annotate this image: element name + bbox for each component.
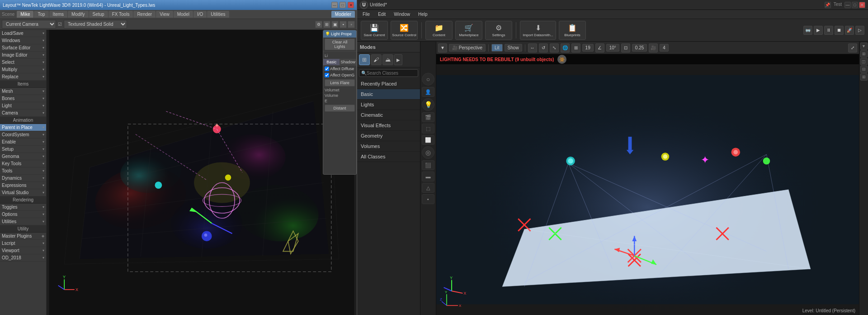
stop-button[interactable]: ⏹ (835, 26, 844, 35)
category-all-classes[interactable]: All Classes (357, 152, 420, 162)
lighting-rebuild-icon[interactable]: 🔆 (557, 55, 566, 64)
mode-more-button[interactable]: ▶ (394, 54, 402, 65)
sidebar-item-od2018[interactable]: OD_2018▾ (0, 254, 46, 262)
ue-3d-scene[interactable]: ✦ X Y (436, 64, 859, 315)
affect-openg-checkbox[interactable] (325, 73, 329, 77)
sidebar-item-replace[interactable]: Replace▾ (0, 73, 46, 81)
tab-mike[interactable]: Mike (17, 11, 33, 18)
vp-icon-1[interactable]: ▪ (340, 21, 347, 28)
tab-render[interactable]: Render (133, 11, 156, 18)
ue-maximize-button[interactable]: □ (852, 2, 858, 8)
category-visual-effects[interactable]: Visual Effects (357, 120, 420, 131)
sidebar-item-virtual-studio[interactable]: Virtual Studio▾ (0, 189, 46, 196)
tab-top[interactable]: Top (34, 11, 48, 18)
tab-modify[interactable]: Modify (68, 11, 88, 18)
sidebar-item-enable[interactable]: Enable▾ (0, 138, 46, 146)
category-recently-placed[interactable]: Recently Placed (357, 79, 420, 89)
class-search-input[interactable] (367, 71, 424, 76)
tab-basic[interactable]: Basic (323, 59, 340, 65)
blueprints-button[interactable]: 📋 Blueprints (559, 21, 586, 40)
ue-minimize-button[interactable]: — (844, 2, 851, 8)
light-asset-icon[interactable]: 💡 (422, 98, 434, 111)
rt-btn-4[interactable]: ⊟ (860, 66, 868, 73)
sidebar-item-mesh[interactable]: Mesh▾ (0, 88, 46, 95)
sidebar-item-toggles[interactable]: Toggles▾ (0, 204, 46, 211)
sidebar-item-image-editor[interactable]: Image Editor▾ (0, 52, 46, 59)
geometry-asset-icon[interactable]: ⬜ (422, 135, 434, 145)
source-control-button[interactable]: 🔀 Source Control (391, 21, 418, 40)
tab-setup[interactable]: Setup (89, 11, 108, 18)
lw-minimize-button[interactable]: — (331, 2, 338, 8)
cone-asset-icon[interactable]: △ (422, 183, 434, 193)
tab-items[interactable]: Items (49, 11, 67, 18)
sidebar-item-options[interactable]: Options▾ (0, 211, 46, 218)
camera-select[interactable]: Current Camera (2, 20, 56, 29)
sidebar-item-bones[interactable]: Bones▾ (0, 95, 46, 102)
ue-pin-button[interactable]: 📌 (825, 2, 831, 8)
viewport-options-btn[interactable]: ▼ (438, 43, 447, 52)
maximize-vp-btn[interactable]: ⤢ (848, 43, 857, 52)
show-button[interactable]: Show (505, 44, 522, 52)
camera-asset-icon[interactable]: 🎬 (422, 112, 434, 122)
rt-btn-2[interactable]: ⊞ (860, 50, 868, 57)
menu-help[interactable]: Help (415, 11, 431, 18)
class-search-box[interactable]: 🔍 (359, 69, 418, 77)
rt-btn-5[interactable]: ⊞ (860, 73, 868, 81)
marketplace-button[interactable]: 🛒 Marketplace (455, 21, 482, 40)
plane-asset-icon[interactable]: ▬ (422, 172, 434, 181)
place-mode-icon[interactable]: ⊞ (359, 54, 370, 65)
lit-button[interactable]: Lit (491, 44, 503, 52)
tab-fx-tools[interactable]: FX Tools (108, 11, 133, 18)
sidebar-item-tools[interactable]: Tools▾ (0, 167, 46, 175)
ue-close-button[interactable]: ✕ (859, 2, 865, 8)
translate-icon-btn[interactable]: ↔ (528, 43, 537, 52)
rotate-snap-btn[interactable]: ∠ (595, 43, 604, 52)
pause-button[interactable]: ⏸ (824, 26, 833, 35)
lw-3d-viewport[interactable]: ✦ (47, 30, 357, 315)
snap-icon-btn[interactable]: ⊞ (571, 43, 580, 52)
scale-icon-btn[interactable]: ⤡ (550, 43, 559, 52)
rt-btn-3[interactable]: ◫ (860, 58, 868, 65)
sidebar-item-setup[interactable]: Setup▾ (0, 146, 46, 153)
sidebar-item-key-tools[interactable]: Key Tools▾ (0, 160, 46, 167)
lens-flare-button[interactable]: Lens Flare (325, 79, 355, 86)
volume-asset-icon[interactable]: ⬛ (422, 160, 434, 170)
sidebar-item-multiply[interactable]: Multiply▾ (0, 66, 46, 73)
sidebar-item-camera[interactable]: Camera▾ (0, 110, 46, 117)
sidebar-item-utilities[interactable]: Utilities▾ (0, 218, 46, 225)
play-button[interactable]: ▶ (814, 26, 823, 35)
category-geometry[interactable]: Geometry (357, 131, 420, 141)
save-current-button[interactable]: 💾 Save Current (361, 21, 388, 40)
lw-close-button[interactable]: ✕ (348, 2, 354, 8)
content-button[interactable]: 📁 Content (425, 21, 453, 40)
vp-icon-2[interactable]: ▫ (348, 21, 355, 28)
menu-window[interactable]: Window (390, 11, 414, 18)
shading-select[interactable]: Textured Shaded Solid (64, 20, 127, 29)
sidebar-item-dynamics[interactable]: Dynamics▾ (0, 175, 46, 182)
clear-all-lights-button[interactable]: Clear All Lights (325, 38, 355, 50)
sphere2-asset-icon[interactable]: ◎ (422, 146, 434, 159)
rt-btn-1[interactable]: ▼ (860, 43, 868, 50)
actor-asset-icon[interactable]: 👤 (422, 87, 434, 97)
landscape-mode-icon[interactable]: ⛰ (382, 54, 393, 65)
perspective-dropdown[interactable]: 🎥 Perspective (449, 44, 486, 52)
world-icon-btn[interactable]: 🌐 (561, 43, 570, 52)
sidebar-item-loadsave[interactable]: Load/Save▾ (0, 30, 46, 37)
sidebar-item-genoma[interactable]: Genoma▾ (0, 153, 46, 160)
scale-snap-btn[interactable]: ⊡ (621, 43, 630, 52)
lw-maximize-button[interactable]: □ (340, 2, 346, 8)
vr-button[interactable]: 🥽 (803, 26, 812, 35)
layout-icon-btn[interactable]: ⊞ (323, 21, 330, 28)
sidebar-item-parent-in-place[interactable]: Parent in Place▾ (0, 124, 46, 131)
tab-io[interactable]: I/O (193, 11, 207, 18)
sidebar-item-windows[interactable]: Windows▾ (0, 37, 46, 44)
category-volumes[interactable]: Volumes (357, 141, 420, 152)
camera-speed-btn[interactable]: 🎥 (649, 43, 658, 52)
sidebar-item-lscript[interactable]: Lscript▾ (0, 240, 46, 247)
settings-button[interactable]: ⚙ Settings (485, 21, 512, 40)
import-datasmith-button[interactable]: ⬇ Import Datasmith... (520, 21, 556, 40)
menu-edit[interactable]: Edit (374, 11, 389, 18)
modeler-button[interactable]: Modeler (331, 11, 355, 18)
expand-button[interactable]: ▷ (855, 26, 864, 35)
settings-icon-btn[interactable]: ⚙ (315, 21, 322, 28)
